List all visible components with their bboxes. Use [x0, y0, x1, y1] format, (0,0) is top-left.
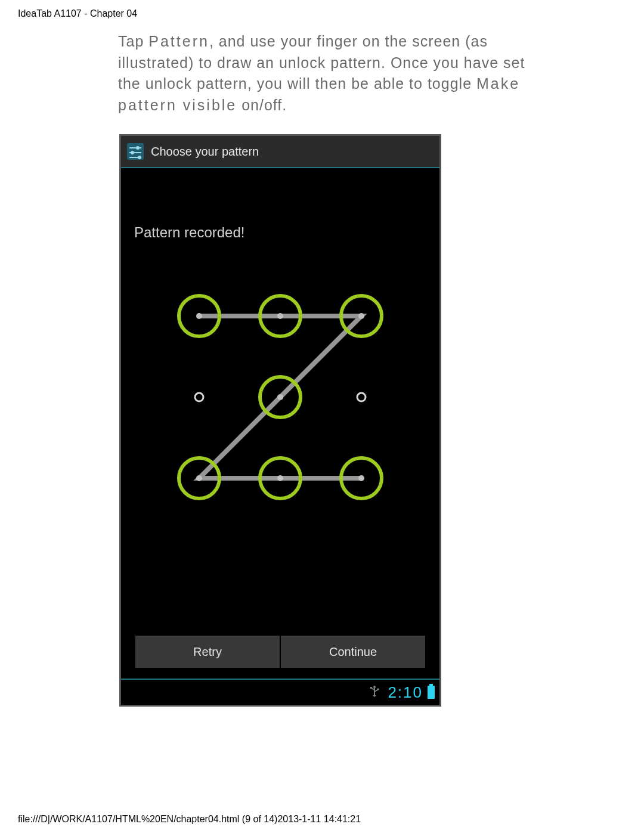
- svg-point-10: [277, 313, 283, 319]
- settings-sliders-icon: [126, 142, 145, 161]
- button-row: Retry Continue: [135, 636, 425, 668]
- titlebar-text: Choose your pattern: [151, 145, 259, 159]
- page-header: IdeaTab A1107 - Chapter 04: [18, 8, 137, 19]
- usb-icon: [369, 685, 380, 699]
- svg-point-18: [196, 475, 202, 481]
- svg-point-8: [196, 313, 202, 319]
- svg-point-15: [277, 394, 283, 400]
- device-screenshot: Choose your pattern Pattern recorded! Re…: [119, 134, 441, 707]
- instr-post: on/off.: [237, 97, 287, 113]
- svg-point-20: [277, 475, 283, 481]
- pattern-status-text: Pattern recorded!: [134, 224, 244, 241]
- instr-bold-pattern: Pattern: [148, 33, 209, 49]
- system-navbar: 2:10: [121, 679, 439, 705]
- navbar-clock: 2:10: [388, 683, 423, 702]
- battery-icon: [428, 686, 435, 699]
- svg-point-2: [136, 146, 140, 150]
- svg-point-12: [358, 313, 364, 319]
- retry-button[interactable]: Retry: [135, 636, 280, 668]
- svg-point-6: [138, 156, 141, 159]
- svg-point-22: [358, 475, 364, 481]
- titlebar: Choose your pattern: [121, 136, 439, 168]
- continue-button[interactable]: Continue: [281, 636, 425, 668]
- svg-rect-25: [370, 687, 372, 689]
- svg-point-16: [357, 393, 366, 401]
- page-footer: file:///D|/WORK/A1107/HTML%20EN/chapter0…: [18, 814, 361, 825]
- instr-pre: Tap: [118, 33, 148, 49]
- svg-point-26: [377, 688, 380, 690]
- svg-point-13: [195, 393, 203, 401]
- pattern-grid[interactable]: [174, 291, 386, 503]
- instructions-text: Tap Pattern, and use your finger on the …: [118, 31, 530, 116]
- svg-point-4: [131, 151, 134, 154]
